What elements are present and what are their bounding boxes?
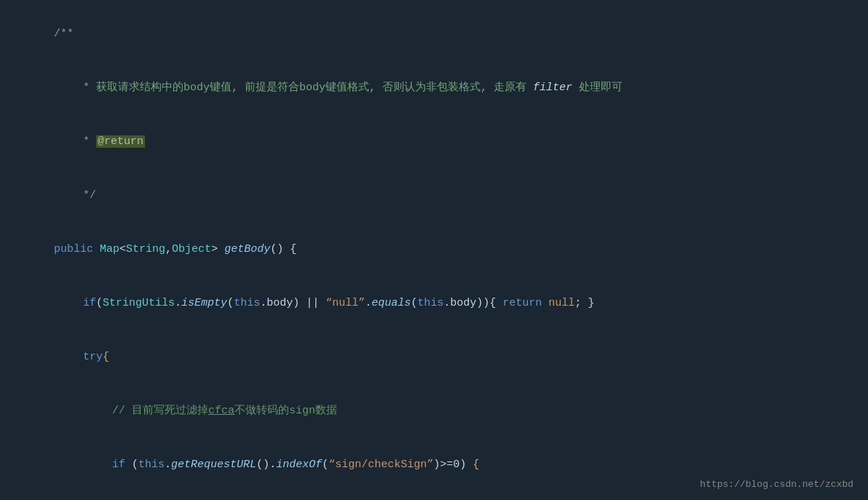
line-8: // 目前写死过滤掉cfca不做转码的sign数据	[0, 384, 868, 438]
line-2: * 获取请求结构中的body键值, 前提是符合body键值格式, 否则认为非包装…	[0, 61, 868, 115]
line-10: return JSONObject.parseObject(this.body)…	[0, 492, 868, 500]
line-5-content: public Map<String,Object> getBody() {	[0, 223, 868, 276]
line-7: try{	[0, 330, 868, 384]
line-2-content: * 获取请求结构中的body键值, 前提是符合body键值格式, 否则认为非包装…	[0, 62, 868, 114]
line-6-content: if(StringUtils.isEmpty(this.body) || “nu…	[0, 277, 868, 330]
line-1-content: /**	[0, 8, 868, 60]
line-3: * @return	[0, 115, 868, 169]
line-10-content: return JSONObject.parseObject(this.body)…	[0, 493, 868, 500]
blog-url: https://blog.csdn.net/zcxbd	[700, 477, 853, 493]
code-editor: /** * 获取请求结构中的body键值, 前提是符合body键值格式, 否则认…	[0, 0, 868, 500]
line-5: public Map<String,Object> getBody() {	[0, 223, 868, 277]
line-3-content: * @return	[0, 116, 868, 168]
line-7-content: try{	[0, 331, 868, 384]
line-4-content: */	[0, 170, 868, 222]
line-8-content: // 目前写死过滤掉cfca不做转码的sign数据	[0, 385, 868, 437]
line-4: */	[0, 169, 868, 223]
line-6: if(StringUtils.isEmpty(this.body) || “nu…	[0, 277, 868, 330]
line-1: /**	[0, 7, 868, 61]
